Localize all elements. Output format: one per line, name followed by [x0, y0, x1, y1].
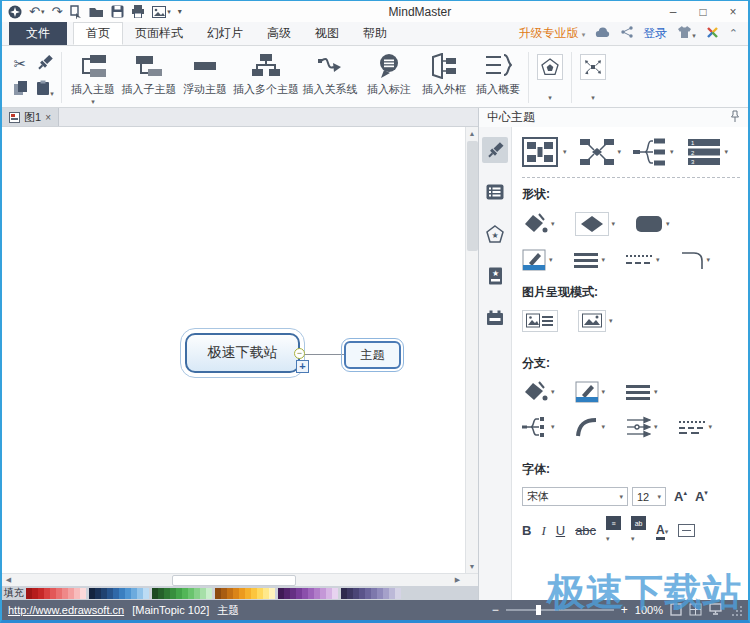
fill-color-button[interactable]: ▾ — [522, 213, 555, 235]
color-swatch[interactable] — [80, 588, 86, 599]
branch-arrow-button[interactable]: ▾ — [625, 416, 658, 438]
insert-subtopic-button[interactable]: 插入子主题 — [121, 48, 177, 107]
align-button[interactable]: ≡▾ — [606, 516, 621, 544]
branch-weight-button[interactable]: ▾ — [625, 383, 658, 401]
branch-layout-button[interactable]: ▾ — [522, 416, 555, 438]
color-swatch[interactable] — [395, 588, 401, 599]
border-style-button[interactable]: ▾ — [522, 249, 553, 271]
insert-boundary-button[interactable]: 插入外框 — [417, 48, 471, 107]
scroll-left-icon[interactable]: ◀ — [2, 576, 15, 584]
share-icon[interactable] — [621, 26, 633, 41]
resize-grip[interactable] — [733, 606, 742, 615]
font-color-button[interactable]: A▾ — [656, 523, 668, 537]
mindmap-canvas[interactable]: 极速下载站 − + 主题 ▲ ▼ — [2, 127, 478, 573]
panel-tab-style[interactable] — [482, 137, 508, 163]
line-dash-button[interactable]: ▾ — [625, 252, 660, 268]
zoom-in-button[interactable]: + — [621, 603, 628, 617]
scroll-right-icon[interactable]: ▶ — [451, 576, 464, 584]
layout-numbered-dropdown-icon[interactable]: ▾ — [725, 148, 729, 156]
menu-tab-页面样式[interactable]: 页面样式 — [123, 22, 195, 45]
horizontal-scrollbar[interactable]: ◀ ▶ — [2, 573, 478, 586]
horizontal-scroll-thumb[interactable] — [172, 575, 296, 586]
copy-button[interactable] — [13, 80, 28, 100]
font-family-dropdown-icon[interactable]: ▾ — [615, 493, 623, 501]
undo-button[interactable]: ↶▾ — [29, 5, 44, 18]
font-family-select[interactable]: 宋体▾ — [522, 487, 628, 506]
layout-tree-dropdown-icon[interactable]: ▾ — [670, 148, 674, 156]
tshirt-dropdown-icon[interactable]: ▾ — [692, 32, 696, 39]
layout-numbered-button[interactable]: 123▾ — [686, 137, 729, 167]
relayout-button[interactable]: ▾ — [575, 48, 611, 107]
layout-radial-dropdown-icon[interactable]: ▾ — [618, 148, 622, 156]
color-swatch[interactable] — [332, 588, 338, 599]
login-button[interactable]: 登录 — [643, 25, 667, 42]
undo-dropdown-icon[interactable]: ▾ — [41, 8, 45, 15]
zoom-slider-thumb[interactable] — [536, 605, 541, 615]
cut-button[interactable]: ✂ — [14, 55, 27, 73]
paste-button[interactable]: ▾ — [36, 80, 54, 100]
open-file-button[interactable] — [89, 6, 104, 18]
menu-tab-首页[interactable]: 首页 — [73, 22, 123, 45]
vertical-scroll-thumb[interactable] — [467, 141, 478, 251]
panel-tab-clipart[interactable]: ★ — [482, 221, 508, 247]
layout-tree-button[interactable]: ▾ — [633, 137, 674, 167]
insert-multiple-topics-button[interactable]: 插入多个主题 — [233, 48, 299, 107]
color-swatch[interactable] — [206, 588, 212, 599]
branch-curve-button[interactable]: ▾ — [575, 417, 606, 437]
decrease-font-button[interactable]: A▾ — [695, 489, 708, 504]
collapse-ribbon-icon[interactable]: ⌃ — [729, 27, 738, 40]
insert-topic-button[interactable]: 插入主题 ▾ — [65, 48, 121, 107]
document-tab[interactable]: 图1 × — [2, 108, 59, 126]
collapse-branch-badge[interactable]: − — [294, 348, 305, 359]
export-dropdown-icon[interactable]: ▾ — [167, 8, 171, 15]
color-swatch[interactable] — [143, 588, 149, 599]
italic-button[interactable]: I — [541, 524, 545, 537]
add-subtopic-badge[interactable]: + — [296, 360, 309, 373]
new-document-button[interactable] — [69, 5, 82, 19]
font-size-dropdown-icon[interactable]: ▾ — [653, 493, 661, 501]
image-with-text-button[interactable] — [522, 310, 558, 332]
color-swatch[interactable] — [269, 588, 275, 599]
menu-tab-高级[interactable]: 高级 — [255, 22, 303, 45]
zoom-out-button[interactable]: − — [492, 603, 499, 617]
insert-relationship-button[interactable]: 插入关系线 — [299, 48, 361, 107]
branch-style-button[interactable]: ▾ — [575, 381, 606, 403]
menu-tab-帮助[interactable]: 帮助 — [351, 22, 399, 45]
close-button[interactable]: × — [718, 2, 748, 22]
layout-map-dropdown-icon[interactable]: ▾ — [563, 148, 567, 156]
pin-icon[interactable] — [730, 110, 740, 125]
insert-summary-button[interactable]: 插入概要 — [471, 48, 525, 107]
topic-shape-button[interactable]: ▾ — [575, 212, 616, 236]
minimize-button[interactable]: – — [658, 2, 688, 22]
format-painter-button[interactable] — [37, 54, 54, 75]
image-only-button[interactable]: ▾ — [578, 310, 613, 332]
zoom-slider[interactable] — [506, 609, 614, 611]
panel-tab-task[interactable] — [482, 305, 508, 331]
cloud-icon[interactable] — [595, 27, 611, 41]
panel-tab-marks[interactable]: ★ — [482, 263, 508, 289]
layout-radial-button[interactable]: ▾ — [579, 137, 622, 167]
file-menu-button[interactable]: 文件 — [9, 22, 67, 45]
panel-tab-outline[interactable] — [482, 179, 508, 205]
upgrade-pro-button[interactable]: 升级专业版 ▾ — [518, 25, 585, 42]
paste-dropdown-icon[interactable]: ▾ — [50, 90, 54, 97]
bold-button[interactable]: B — [522, 524, 531, 537]
font-size-select[interactable]: 12▾ — [632, 487, 666, 506]
line-weight-button[interactable]: ▾ — [573, 251, 606, 269]
layout-map-button[interactable]: ▾ — [522, 137, 567, 167]
vertical-scrollbar[interactable]: ▲ ▼ — [465, 127, 478, 573]
scroll-up-icon[interactable]: ▲ — [466, 127, 478, 140]
clipart-dropdown-icon[interactable]: ▾ — [548, 94, 552, 102]
underline-button[interactable]: U — [556, 524, 565, 537]
rounded-rect-shape-button[interactable]: ▾ — [635, 215, 670, 233]
tshirt-style-button[interactable]: ▾ — [677, 26, 696, 41]
branch-color-button[interactable]: ▾ — [522, 381, 555, 403]
central-topic-node[interactable]: 极速下载站 — [185, 333, 300, 373]
scroll-down-icon[interactable]: ▼ — [466, 560, 478, 573]
menu-tab-视图[interactable]: 视图 — [303, 22, 351, 45]
redo-button[interactable]: ↷ — [51, 5, 62, 18]
tab-close-icon[interactable]: × — [45, 112, 51, 123]
branch-dash-button[interactable]: ▾ — [678, 419, 713, 435]
increase-font-button[interactable]: A▴ — [674, 489, 687, 504]
insert-topic-dropdown-icon[interactable]: ▾ — [91, 98, 95, 106]
